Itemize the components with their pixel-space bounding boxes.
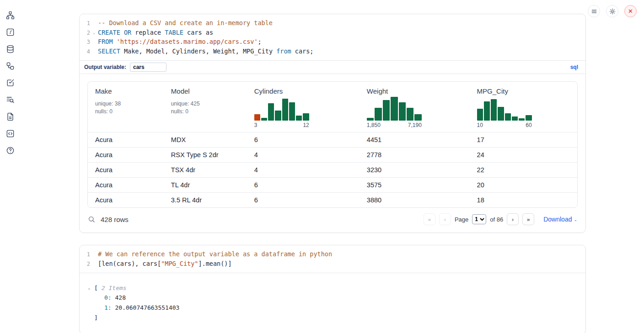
sidebar-button-help[interactable]: [5, 145, 15, 155]
line-number: 2: [80, 28, 90, 38]
document-icon: [6, 112, 15, 121]
gear-icon: [609, 8, 616, 15]
sidebar-button-variables[interactable]: f: [5, 27, 15, 37]
column-name[interactable]: Weight: [367, 87, 462, 95]
histogram-bar[interactable]: [519, 118, 525, 121]
close-button[interactable]: ✕: [624, 5, 637, 17]
table-row[interactable]: AcuraRSX Type S 2dr4277824: [88, 148, 577, 163]
table-footer-left: 428 rows: [88, 216, 129, 223]
column-header[interactable]: Makeunique: 38nulls: 0: [88, 82, 164, 132]
table-row[interactable]: AcuraTSX 4dr4323022: [88, 163, 577, 178]
help-circle-icon: [6, 146, 15, 155]
histogram-bar[interactable]: [289, 102, 295, 121]
sidebar-button-logs[interactable]: [5, 95, 15, 105]
code-line[interactable]: 4SELECT Make, Model, Cylinders, Weight, …: [80, 47, 585, 57]
table-row[interactable]: AcuraTL 4dr6357520: [88, 178, 577, 193]
workflow-icon: [6, 62, 15, 70]
histogram-bar[interactable]: [498, 107, 504, 121]
sidebar-button-snippets[interactable]: [5, 128, 15, 138]
histogram-bar[interactable]: [407, 108, 413, 121]
histogram-bar[interactable]: [375, 108, 381, 121]
histogram-bar[interactable]: [399, 102, 406, 121]
column-name[interactable]: Cylinders: [254, 87, 352, 95]
table-cell: 6: [247, 178, 360, 193]
histogram-bar[interactable]: [512, 116, 518, 121]
database-icon: [6, 45, 15, 53]
search-icon[interactable]: [88, 216, 95, 223]
column-histogram[interactable]: 1,8507,190: [367, 98, 422, 128]
histogram-bar[interactable]: [505, 113, 511, 121]
collapse-chevron-icon[interactable]: ⌄: [88, 283, 94, 293]
column-name[interactable]: Model: [171, 87, 240, 95]
column-histogram[interactable]: 312: [254, 98, 309, 128]
pagination: « ‹ Page 1 of 86 › » Download ⌄: [424, 213, 577, 225]
prev-page-button[interactable]: ‹: [439, 213, 451, 225]
column-name[interactable]: Make: [95, 87, 156, 95]
histogram-bar[interactable]: [383, 100, 390, 121]
language-badge[interactable]: sql: [570, 64, 581, 70]
table-cell: 4: [247, 148, 360, 163]
histogram-bar[interactable]: [303, 113, 309, 121]
histogram-bar[interactable]: [254, 114, 260, 121]
output-variable-input[interactable]: [130, 63, 166, 72]
chevrons-left-icon: «: [428, 216, 431, 223]
column-stats: unique: 425nulls: 0: [171, 100, 240, 116]
table-cell: 20: [470, 178, 577, 193]
hist-min-label: 10: [477, 122, 483, 128]
column-header[interactable]: Cylinders312: [247, 82, 360, 132]
sidebar-button-documentation[interactable]: [5, 111, 15, 122]
column-histogram[interactable]: 1060: [477, 98, 532, 128]
histogram-bar[interactable]: [526, 115, 531, 121]
histogram-bar[interactable]: [414, 114, 421, 121]
histogram-bar[interactable]: [282, 99, 288, 121]
fold-gutter: [90, 259, 98, 269]
code-line[interactable]: 1-- Download a CSV and create an in-memo…: [80, 19, 585, 28]
histogram-bar[interactable]: [275, 111, 281, 121]
entry-key: 0:: [104, 294, 112, 301]
output-variable-label: Output variable:: [84, 64, 126, 70]
code-text: SELECT Make, Model, Cylinders, Weight, M…: [98, 47, 313, 57]
histogram-bar[interactable]: [484, 101, 490, 121]
histogram-bar[interactable]: [261, 118, 267, 121]
histogram-bar[interactable]: [296, 116, 302, 121]
code-line[interactable]: 1# We can reference the output variable …: [80, 250, 585, 259]
page-select[interactable]: 1: [472, 214, 486, 224]
column-header[interactable]: MPG_City1060: [470, 82, 577, 132]
next-page-button[interactable]: ›: [507, 213, 519, 225]
sql-code-editor[interactable]: 1-- Download a CSV and create an in-memo…: [80, 14, 585, 60]
histogram-bar[interactable]: [268, 103, 274, 121]
line-number: 1: [80, 19, 90, 28]
column-name[interactable]: MPG_City: [477, 87, 570, 95]
settings-button[interactable]: [606, 5, 618, 17]
code-line[interactable]: 2[len(cars), cars["MPG_City"].mean()]: [80, 259, 585, 269]
sidebar-button-scratchpad[interactable]: [5, 78, 15, 88]
last-page-button[interactable]: »: [522, 213, 534, 225]
menu-button[interactable]: [588, 5, 600, 17]
code-line[interactable]: 3FROM 'https://datasets.marimo.app/cars.…: [80, 37, 585, 47]
table-cell: 6: [247, 193, 360, 208]
window-controls: ✕: [588, 5, 637, 17]
close-icon: ✕: [628, 8, 633, 14]
code-line[interactable]: 2⌄CREATE OR replace TABLE cars as: [80, 28, 585, 38]
download-button[interactable]: Download ⌄: [543, 216, 577, 223]
chevron-left-icon: ‹: [444, 216, 446, 223]
python-code-editor[interactable]: 1# We can reference the output variable …: [80, 245, 585, 273]
column-header[interactable]: Weight1,8507,190: [360, 82, 470, 132]
histogram-bar[interactable]: [477, 109, 483, 121]
fold-chevron-icon[interactable]: ⌄: [90, 28, 98, 38]
histogram-bar[interactable]: [491, 99, 497, 121]
table-footer: 428 rows « ‹ Page 1 of 86 › » Download ⌄: [80, 208, 585, 233]
histogram-bar[interactable]: [391, 97, 397, 121]
sidebar-button-file-explorer[interactable]: [5, 10, 15, 20]
table-row[interactable]: Acura3.5 RL 4dr6388018: [88, 193, 577, 208]
sidebar-button-dependency-graph[interactable]: [5, 61, 15, 71]
table-cell: 4451: [360, 132, 470, 148]
first-page-button[interactable]: «: [424, 213, 435, 225]
column-header[interactable]: Modelunique: 425nulls: 0: [164, 82, 247, 132]
download-label: Download: [543, 216, 572, 223]
histogram-bar[interactable]: [367, 118, 374, 121]
items-count-label: 2 Items: [102, 283, 127, 293]
table-row[interactable]: AcuraMDX6445117: [88, 132, 577, 148]
table-cell: MDX: [164, 132, 247, 148]
sidebar-button-data-sources[interactable]: [5, 44, 15, 54]
